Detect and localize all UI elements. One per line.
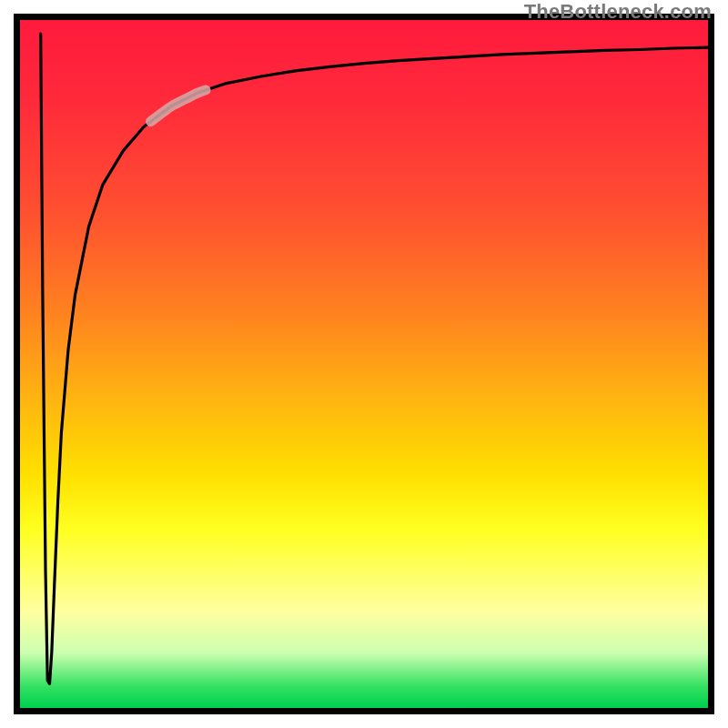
curve-highlight-segment: [151, 90, 207, 122]
watermark-text: TheBottleneck.com: [524, 0, 712, 24]
chart-frame: [14, 14, 714, 714]
bottleneck-curve: [41, 34, 708, 683]
chart-plot-area: [20, 20, 708, 708]
chart-curve-svg: [20, 20, 708, 708]
